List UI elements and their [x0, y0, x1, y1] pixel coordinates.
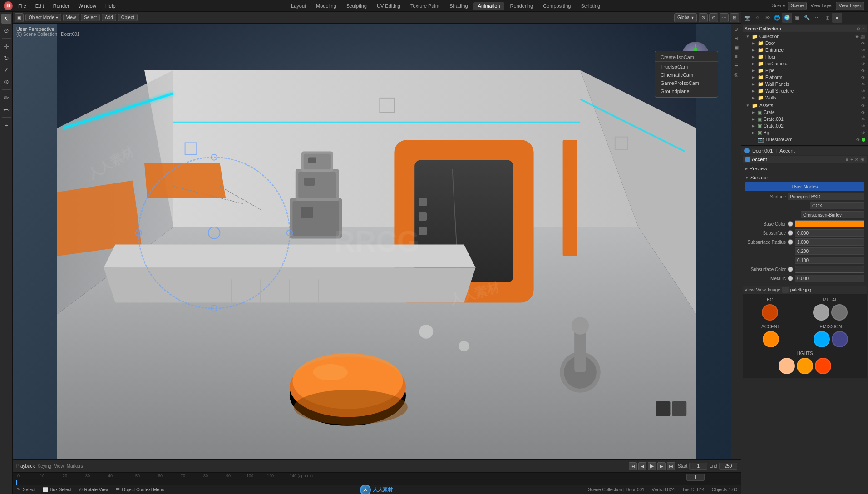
timeline-tab-view[interactable]: View — [54, 464, 64, 469]
prop-tab-material[interactable]: ● — [832, 13, 842, 23]
tree-item-pipe[interactable]: ▶ 📁 Pipe 👁 — [745, 67, 867, 74]
proportional-edit-btn[interactable]: ⊙ — [709, 13, 718, 22]
viewport-mode-icon[interactable]: ▣ — [15, 13, 24, 22]
eye-icon-crate[interactable]: 👁 — [861, 110, 865, 115]
viewport-object-btn[interactable]: Object — [118, 14, 138, 21]
menu-edit[interactable]: Edit — [32, 2, 48, 10]
play-btn[interactable]: ▶ — [648, 462, 656, 470]
eye-icon-crate002[interactable]: 👁 — [861, 124, 865, 128]
subsurface-color-swatch[interactable] — [795, 266, 864, 273]
eye-icon-platform[interactable]: 👁 — [861, 75, 865, 80]
metal-swatch-2[interactable] — [831, 304, 848, 321]
tree-item-crate001[interactable]: ▶ ▣ Crate.001 👁 — [745, 116, 867, 123]
tab-modeling[interactable]: Modeling — [311, 2, 341, 10]
bg-swatch[interactable] — [762, 304, 778, 321]
cursor-tool-btn[interactable]: ⊙ — [1, 25, 11, 35]
viewport-tool-1[interactable]: ⊙ — [733, 25, 740, 33]
eye-icon-crate001[interactable]: 👁 — [861, 117, 865, 122]
tab-animation[interactable]: Animation — [473, 2, 505, 10]
subsurface-socket[interactable] — [788, 230, 793, 236]
scene-select-btn[interactable]: Scene — [788, 2, 807, 10]
material-browse-btn[interactable]: ≡ — [846, 157, 848, 162]
add-object-btn[interactable]: + — [1, 120, 11, 130]
cam-icon-collection[interactable]: 🎥 — [860, 35, 865, 39]
next-key-btn[interactable]: ▶ — [657, 462, 666, 470]
viewport-tool-4[interactable]: ≡ — [733, 53, 740, 60]
material-delete-btn[interactable]: ✕ — [855, 157, 858, 162]
ggx-btn[interactable]: GGX — [810, 202, 864, 209]
material-new-btn[interactable]: + — [850, 157, 853, 162]
prop-tab-render[interactable]: 📷 — [742, 13, 752, 23]
viewport-select-btn[interactable]: Select — [81, 14, 100, 21]
tree-item-entrance[interactable]: ▶ 📁 Entrance 👁 — [745, 47, 867, 54]
tree-item-walls[interactable]: ▶ 📁 Walls 👁 — [745, 94, 867, 101]
metal-swatch-1[interactable] — [813, 304, 829, 321]
emission-swatch-2[interactable] — [832, 331, 848, 347]
tab-texture-paint[interactable]: Texture Paint — [406, 2, 444, 10]
timeline-tab-playback[interactable]: Playback — [16, 464, 35, 469]
tree-item-platform[interactable]: ▶ 📁 Platform 👁 — [745, 74, 867, 81]
isocam-option-groundplane[interactable]: Groundplane — [655, 87, 718, 95]
eye-icon-floor[interactable]: 👁 — [861, 55, 865, 59]
metallic-socket[interactable] — [788, 276, 793, 281]
annotate-tool-btn[interactable]: ✏ — [1, 93, 11, 103]
skip-start-btn[interactable]: ⏮ — [629, 462, 637, 470]
metallic-value[interactable]: 0.000 — [795, 275, 864, 282]
prop-tab-physics[interactable]: ⊕ — [822, 13, 832, 23]
subsurface-r3-value[interactable]: 0.100 — [795, 257, 864, 264]
tree-item-isocamera[interactable]: ▶ 📁 IsoCamera 👁 — [745, 60, 867, 67]
timeline-tab-markers[interactable]: Markers — [67, 464, 83, 469]
eye-icon-trueisocam[interactable]: 👁 — [856, 138, 860, 142]
isocam-option-cinematic[interactable]: CinematicCam — [655, 71, 718, 79]
lights-swatch-3[interactable] — [815, 358, 831, 374]
image-type-icon[interactable] — [782, 287, 789, 293]
eye-icon-bg[interactable]: 👁 — [861, 131, 865, 135]
measure-tool-btn[interactable]: ⊷ — [1, 104, 11, 114]
timeline-tab-keying[interactable]: Keying — [38, 464, 52, 469]
prop-tab-view[interactable]: 👁 — [762, 13, 772, 23]
prop-tab-world[interactable]: 🌍 — [782, 13, 792, 23]
preview-toggle[interactable]: ▶ Preview — [743, 165, 866, 172]
lights-swatch-1[interactable] — [779, 358, 795, 374]
tab-compositing[interactable]: Compositing — [538, 2, 575, 10]
isocam-option-true[interactable]: TrueIsoCam — [655, 63, 718, 71]
eye-icon-wallpanels[interactable]: 👁 — [861, 82, 865, 87]
eye-icon-entrance[interactable]: 👁 — [861, 48, 865, 53]
viewport-tool-2[interactable]: ⊕ — [733, 35, 740, 42]
surface-toggle[interactable]: ▼ Surface — [743, 174, 866, 181]
viewport-view-btn[interactable]: View — [63, 14, 79, 21]
prop-tab-particles[interactable]: ⋯ — [812, 13, 822, 23]
select-tool-btn[interactable]: ↖ — [1, 14, 11, 24]
user-nodes-btn[interactable]: User Nodes — [745, 182, 864, 191]
snap-btn[interactable]: ⊙ — [699, 13, 708, 22]
emission-swatch-1[interactable] — [814, 331, 830, 347]
tab-rendering[interactable]: Rendering — [505, 2, 538, 10]
tree-item-wallpanels[interactable]: ▶ 📁 Wall Panels 👁 — [745, 81, 867, 88]
eye-icon-pipe[interactable]: 👁 — [861, 69, 865, 73]
timeline-track-area[interactable]: 0 10 20 30 40 50 60 70 80 90 100 120 140… — [13, 472, 741, 485]
outliner-options-icon[interactable]: ≡ — [862, 26, 865, 31]
move-tool-btn[interactable]: ✛ — [1, 41, 11, 51]
overlay-btn[interactable]: ⊞ — [730, 13, 739, 22]
tree-item-trueisocam[interactable]: 📷 TruesIsoCam 👁 — [745, 136, 867, 143]
prop-tab-output[interactable]: 🖨 — [752, 13, 762, 23]
viewport-tool-5[interactable]: ☰ — [733, 62, 740, 69]
menu-render[interactable]: Render — [49, 2, 73, 10]
tab-shading[interactable]: Shading — [445, 2, 472, 10]
tree-item-floor[interactable]: ▶ 📁 Floor 👁 — [745, 54, 867, 60]
lights-swatch-2[interactable] — [797, 358, 813, 374]
base-color-socket[interactable] — [788, 221, 793, 227]
tree-item-collection[interactable]: ▼ 📁 Collection 👁 🎥 — [745, 33, 867, 40]
current-frame-display[interactable]: 1 — [686, 474, 705, 481]
start-frame-input[interactable]: 1 — [689, 463, 707, 470]
tree-item-door[interactable]: ▶ 📁 Door 👁 — [745, 40, 867, 47]
subsurface-value[interactable]: 0.000 — [795, 229, 864, 237]
viewport-perspective-btn[interactable]: Object Mode ▾ — [25, 14, 61, 21]
tab-sculpting[interactable]: Sculpting — [342, 2, 371, 10]
tree-item-crate002[interactable]: ▶ ▣ Crate.002 👁 — [745, 123, 867, 129]
material-active-slot[interactable]: Accent ≡ + ✕ ⊞ — [743, 156, 867, 163]
global-space-dropdown[interactable]: Global ▾ — [674, 13, 697, 22]
tree-item-assets[interactable]: ▼ 📁 Assets 👁 — [745, 102, 867, 109]
eye-icon-assets[interactable]: 👁 — [861, 104, 865, 108]
eye-icon-door[interactable]: 👁 — [861, 41, 865, 46]
